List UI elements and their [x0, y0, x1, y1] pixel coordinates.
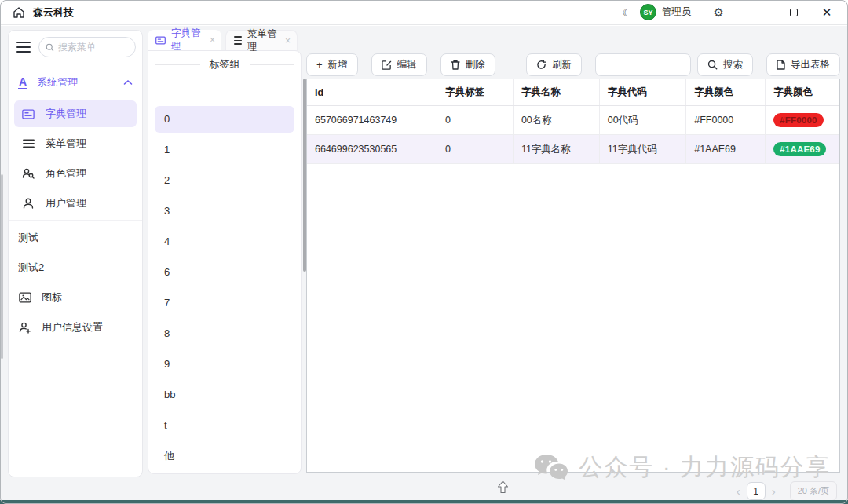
sidebar-item-label: 用户信息设置 [42, 320, 103, 334]
divider [9, 64, 142, 64]
cell-code: 11字典代码 [599, 135, 686, 164]
tag-group-item[interactable]: 3 [155, 198, 294, 225]
tag-group-list: 012346789bbt他 [148, 78, 301, 469]
maximize-button[interactable] [777, 0, 810, 25]
window-bottom-edge [0, 500, 848, 504]
sidebar-search-input[interactable] [58, 42, 129, 53]
divider [9, 220, 142, 221]
tag-group-item[interactable]: 8 [155, 320, 294, 347]
tag-group-item[interactable]: 6 [155, 259, 294, 286]
cell-color: #1AAE69 [686, 135, 766, 164]
sidebar-group-system[interactable]: A 系统管理 [9, 68, 142, 97]
tag-group-item[interactable]: 9 [155, 351, 294, 378]
tab-label: 字典管理 [171, 27, 203, 53]
tag-group-item[interactable]: 2 [155, 167, 294, 194]
roles-icon [21, 168, 35, 179]
dark-mode-icon[interactable]: ☾ [622, 6, 632, 19]
sidebar-group-label: 系统管理 [37, 75, 78, 89]
home-icon[interactable] [13, 6, 25, 19]
search-icon [46, 42, 54, 53]
cell-id: 657066971463749 [307, 106, 437, 135]
minimize-button[interactable]: — [744, 0, 777, 25]
sidebar-item-roles[interactable]: 角色管理 [14, 160, 137, 187]
add-button-label: 新增 [328, 58, 348, 71]
cell-tag: 0 [437, 106, 513, 135]
settings-gear-icon[interactable]: ⚙ [714, 5, 724, 20]
user-icon [21, 198, 35, 209]
cell-code: 00代码 [599, 106, 686, 135]
menu-lines-icon [234, 36, 242, 45]
column-header: 字典标签 [437, 79, 513, 106]
sidebar-item-test2[interactable]: 测试2 [9, 253, 142, 283]
sidebar-search[interactable] [38, 37, 136, 57]
avatar[interactable]: SY [640, 4, 656, 20]
sidebar-item-label: 测试2 [18, 261, 44, 275]
collapse-menu-icon[interactable] [16, 42, 31, 53]
dictionary-icon [21, 109, 35, 119]
tag-group-panel: 标签组 012346789bbt他 [148, 50, 302, 474]
tag-group-item[interactable]: 4 [155, 228, 294, 255]
chevron-up-icon[interactable] [123, 79, 133, 86]
table-row[interactable]: 664699623530565011字典名称11字典代码#1AAE69#1AAE… [307, 135, 839, 164]
tab-close-icon[interactable]: × [210, 35, 215, 46]
table-search-box[interactable] [595, 53, 691, 76]
tag-panel-scrollbar[interactable] [303, 79, 306, 272]
dictionary-icon [155, 36, 166, 45]
add-button[interactable]: + 新增 [306, 53, 358, 76]
refresh-button-label: 刷新 [552, 58, 572, 71]
edit-button[interactable]: 编辑 [371, 53, 427, 76]
column-header: Id [307, 79, 437, 106]
sidebar-item-label: 测试 [18, 231, 38, 245]
refresh-icon [536, 60, 546, 70]
sidebar-item-icons[interactable]: 图标 [9, 283, 142, 312]
table-header-row: Id字典标签字典名称字典代码字典颜色字典颜色 [307, 79, 839, 106]
window-scrollbar[interactable] [1, 174, 3, 359]
sidebar: A 系统管理 字典管理 菜单管理 角色管理 [8, 30, 143, 477]
sidebar-item-label: 用户管理 [46, 196, 86, 210]
user-name[interactable]: 管理员 [662, 5, 692, 19]
next-page-button[interactable]: › [766, 484, 782, 498]
cell-id: 664699623530565 [307, 135, 437, 164]
cell-name: 00名称 [513, 106, 599, 135]
close-button[interactable]: ✕ [810, 0, 843, 25]
tag-group-item[interactable]: bb [155, 382, 294, 408]
sidebar-item-user-info[interactable]: 用户信息设置 [9, 312, 142, 342]
user-plus-icon [18, 322, 32, 334]
search-button[interactable]: 搜索 [697, 53, 753, 76]
sidebar-item-users[interactable]: 用户管理 [14, 190, 137, 217]
tag-group-header: 标签组 [148, 51, 301, 78]
sidebar-item-test[interactable]: 测试 [9, 223, 142, 253]
edit-button-label: 编辑 [397, 58, 417, 71]
dict-table: Id字典标签字典名称字典代码字典颜色字典颜色 65706697146374900… [306, 79, 840, 473]
color-badge: #1AAE69 [773, 142, 826, 156]
refresh-button[interactable]: 刷新 [526, 53, 582, 76]
tag-group-item[interactable]: 他 [155, 443, 294, 469]
delete-button[interactable]: 删除 [440, 53, 495, 76]
page-size-select[interactable]: 20 条/页 [790, 481, 837, 501]
tag-group-item[interactable]: 7 [155, 290, 294, 316]
tab-close-icon[interactable]: × [285, 35, 291, 46]
titlebar: 森云科技 ☾ SY 管理员 ⚙ — ✕ [0, 0, 848, 25]
sidebar-item-label: 菜单管理 [46, 137, 86, 151]
export-button[interactable]: 导出表格 [766, 53, 840, 76]
sidebar-item-menu[interactable]: 菜单管理 [14, 130, 137, 157]
color-badge: #FF0000 [773, 113, 823, 127]
edit-icon [382, 60, 392, 70]
cell-color: #FF0000 [686, 106, 766, 135]
column-header: 字典颜色 [766, 79, 839, 106]
tab-dict[interactable]: 字典管理 × [148, 30, 221, 50]
table-row[interactable]: 657066971463749000名称00代码#FF0000#FF0000 [307, 106, 839, 135]
main-toolbar: + 新增 编辑 删除 刷新 [306, 53, 840, 76]
export-button-label: 导出表格 [791, 58, 830, 71]
prev-page-button[interactable]: ‹ [730, 484, 747, 498]
document-icon [777, 60, 785, 70]
page-number[interactable]: 1 [747, 482, 766, 500]
tag-group-item[interactable]: 0 [155, 106, 294, 133]
tab-menu[interactable]: 菜单管理 × [225, 30, 298, 50]
tag-group-item[interactable]: t [155, 412, 294, 439]
tag-group-item[interactable]: 1 [155, 137, 294, 163]
tag-group-title: 标签组 [200, 57, 250, 71]
sidebar-item-dict[interactable]: 字典管理 [14, 100, 137, 127]
table-search-input[interactable] [596, 54, 690, 75]
cell-color-badge: #1AAE69 [766, 135, 839, 164]
